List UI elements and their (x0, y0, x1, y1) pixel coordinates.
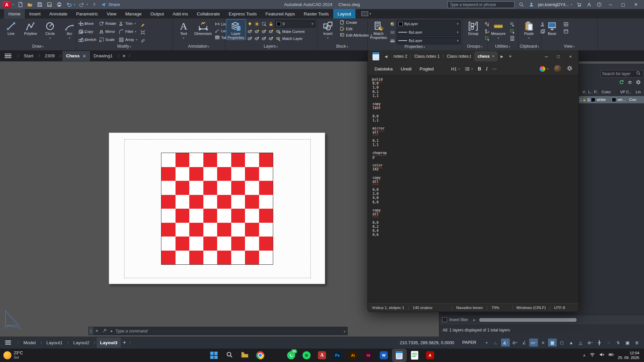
tool-trim[interactable]: Trim▼ (118, 21, 139, 27)
property-field-2[interactable]: ByLayer▼ (397, 37, 461, 44)
layer-plot-icon[interactable] (587, 98, 591, 102)
tool-group[interactable]: Group (463, 19, 483, 36)
volume-icon[interactable] (599, 352, 604, 359)
battery-icon[interactable] (608, 352, 614, 359)
command-line-grip[interactable]: ⣿ (89, 327, 93, 335)
tool-array[interactable]: Array▼ (118, 37, 139, 43)
wifi-icon[interactable] (590, 352, 595, 359)
tab-scroll-left-icon[interactable]: ◀ (382, 54, 390, 59)
layer-list-scrollbar[interactable] (479, 318, 577, 322)
status-clean-screen-icon[interactable]: ▣ (623, 339, 632, 347)
tool-layermini-icon[interactable] (254, 36, 260, 42)
ribbon-tab-layout[interactable]: Layout (333, 9, 356, 18)
tool-move[interactable]: Move (77, 21, 97, 27)
italic-button[interactable]: I (486, 66, 488, 72)
customize-quick-access-icon[interactable]: ⊽ (91, 1, 98, 8)
tool-groupsel-icon[interactable] (509, 28, 515, 34)
taskbar-app-acrobat[interactable]: A (423, 349, 437, 361)
minimize-button[interactable]: ─ (606, 2, 615, 7)
dropdown-arrow-icon[interactable]: ▼ (456, 22, 459, 25)
status-crosshair-size-icon[interactable]: ╋ (595, 339, 604, 347)
layer-column-l[interactable]: L.. (588, 90, 594, 94)
panel-label-view[interactable]: View (541, 44, 597, 50)
tool-text[interactable]: AText▼ (174, 19, 193, 40)
tool-paste[interactable]: Paste▼ (519, 19, 539, 40)
taskbar-app-spotify[interactable] (300, 349, 313, 361)
close-tab-icon[interactable]: ✕ (82, 53, 86, 59)
icon-colorwheel[interactable] (389, 21, 395, 27)
ribbon-tab-parametric[interactable]: Parametric (72, 9, 102, 18)
user-menu-arrow-icon[interactable]: ▾ (571, 3, 572, 6)
dropdown-arrow-icon[interactable]: ▼ (456, 31, 459, 34)
help-icon[interactable]: ? (596, 1, 602, 8)
plot-icon[interactable] (56, 1, 62, 8)
notepad-settings-gear-icon[interactable] (567, 65, 573, 72)
property-field-0[interactable]: ByLayer▼ (397, 20, 461, 28)
command-line-customize-icon[interactable] (100, 328, 109, 333)
status-transparency-icon[interactable]: ▦ (548, 339, 557, 347)
ribbon-tab-view[interactable]: View (102, 9, 121, 18)
list-dropdown[interactable]: ∨ (465, 66, 473, 71)
taskbar-app-indesign[interactable]: Id (361, 349, 375, 361)
tool-layermini-icon[interactable] (247, 29, 253, 35)
layout-tab-model[interactable]: Model (20, 338, 39, 348)
new-file-icon[interactable] (17, 1, 23, 8)
save-icon[interactable] (36, 1, 43, 8)
ribbon-tab-home[interactable]: Home (4, 9, 25, 18)
tool-mirror[interactable]: Mirror (98, 29, 117, 35)
ribbon-tab-add-ins[interactable]: Add-ins (168, 9, 192, 18)
panel-label-modify[interactable]: Modify (76, 44, 172, 50)
signed-in-user[interactable]: jan.koenigDY4... (538, 2, 569, 7)
ribbon-tab-manage[interactable]: Manage (121, 9, 146, 18)
save-as-icon[interactable] (46, 1, 53, 8)
taskbar-clock[interactable]: 12:04 25. 09. 2025 (618, 351, 639, 360)
tab-scroll-right-icon[interactable]: ▶ (498, 54, 506, 59)
panel-label-annotation[interactable]: Annotation (172, 44, 225, 50)
taskbar-app-chrome[interactable] (253, 349, 267, 361)
ribbon-display-toggle[interactable]: ▾ (359, 9, 374, 18)
editor-tab-notes-2[interactable]: notes 2 (390, 51, 410, 61)
menu-datoteka[interactable]: Datoteka (370, 64, 397, 73)
taskbar-app-file-explorer[interactable] (238, 349, 252, 361)
dropdown-arrow-icon[interactable]: ▼ (456, 39, 459, 42)
keyword-search-input[interactable] (447, 1, 514, 8)
tool-erase-icon[interactable] (140, 21, 146, 27)
editor-tab-chess[interactable]: chess× (474, 51, 498, 61)
open-file-icon[interactable] (27, 1, 33, 8)
search-icon[interactable] (518, 1, 525, 8)
status-snap-mode-icon[interactable]: + (482, 339, 491, 347)
ribbon-tab-featured-apps[interactable]: Featured Apps (261, 9, 299, 18)
layer-column-color[interactable]: Color (600, 90, 618, 94)
tool-base[interactable]: Base (542, 19, 562, 36)
copilot-icon[interactable]: ∨ (540, 66, 549, 72)
layer-linetype-cell[interactable]: Con (629, 98, 636, 102)
app-store-cart-icon[interactable] (576, 1, 582, 8)
file-tab-start[interactable]: Start (20, 51, 37, 61)
menu-pogled[interactable]: Pogled (415, 64, 438, 73)
tool-layermini-icon[interactable] (268, 29, 274, 35)
ribbon-tab-output[interactable]: Output (146, 9, 168, 18)
status-isometric-drafting-icon[interactable]: ⊘▾ (510, 339, 519, 347)
panel-label-properties[interactable]: Properties (367, 44, 462, 50)
tool-namedview-icon[interactable] (563, 28, 569, 34)
icon-lineweight[interactable] (389, 38, 395, 44)
paper-model-toggle[interactable]: PAPER (460, 339, 479, 346)
status-graphics-performance-icon[interactable]: ↯ (614, 339, 623, 347)
undo-icon[interactable] (65, 1, 72, 8)
status-selection-cycling-icon[interactable]: ◻ (557, 339, 566, 347)
layer-column-p[interactable]: P.. (594, 90, 600, 94)
taskbar-app-start[interactable] (207, 349, 221, 361)
tool-scale[interactable]: Scale (98, 37, 117, 43)
file-tab-menu-icon[interactable] (0, 54, 16, 58)
notepad-minimize-button[interactable]: ─ (540, 54, 552, 59)
file-tab-chess[interactable]: Chess✕ (62, 51, 90, 61)
layer-color-cell[interactable]: white (591, 98, 612, 102)
icon-linetype[interactable] (389, 29, 395, 35)
status-workspace-switching-icon[interactable]: ⊛▾ (586, 339, 594, 347)
new-layer-icon[interactable] (627, 80, 633, 86)
layer-vp-color-cell[interactable]: wh... (612, 98, 629, 102)
layer-dropdown[interactable]: 0▼ (275, 20, 315, 28)
tool-circle[interactable]: Circle▼ (40, 19, 60, 40)
layer-unlock-icon[interactable] (582, 98, 587, 102)
bold-button[interactable]: B (478, 66, 481, 71)
